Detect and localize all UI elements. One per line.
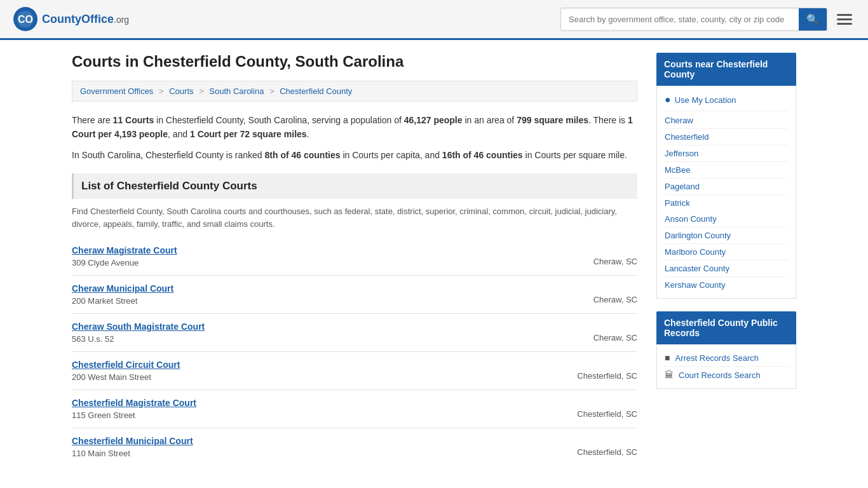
page-title: Courts in Chesterfield County, South Car… xyxy=(72,53,637,71)
nearby-city-link[interactable]: McBee xyxy=(665,162,788,179)
nearby-header: Courts near Chesterfield County xyxy=(656,53,796,86)
court-info: Chesterfield Circuit Court 200 West Main… xyxy=(72,360,180,382)
breadcrumb: Government Offices > Courts > South Caro… xyxy=(72,81,637,102)
breadcrumb-county[interactable]: Chesterfield County xyxy=(280,86,352,96)
content-area: Courts in Chesterfield County, South Car… xyxy=(72,53,637,466)
nearby-county-link[interactable]: Marlboro County xyxy=(665,244,788,261)
court-name-link[interactable]: Chesterfield Circuit Court xyxy=(72,360,180,370)
record-icon: ■ xyxy=(665,353,670,363)
court-info: Cheraw Magistrate Court 309 Clyde Avenue xyxy=(72,245,177,268)
court-item: Cheraw South Magistrate Court 563 U.s. 5… xyxy=(72,314,637,352)
breadcrumb-sep: > xyxy=(159,86,164,96)
court-item: Chesterfield Magistrate Court 115 Green … xyxy=(72,390,637,428)
court-info: Chesterfield Magistrate Court 115 Green … xyxy=(72,398,196,420)
record-icon: 🏛 xyxy=(665,370,674,380)
court-name-link[interactable]: Chesterfield Magistrate Court xyxy=(72,398,196,408)
nearby-city-link[interactable]: Cheraw xyxy=(665,112,788,129)
header-right: 🔍 xyxy=(560,8,855,31)
use-location-row: ● Use My Location xyxy=(665,91,788,111)
search-icon: 🔍 xyxy=(806,14,819,25)
court-location: Cheraw, SC xyxy=(593,245,637,266)
courts-list: Cheraw Magistrate Court 309 Clyde Avenue… xyxy=(72,238,637,466)
court-item: Cheraw Municipal Court 200 Market Street… xyxy=(72,276,637,314)
logo-area: CO CountyOffice.org xyxy=(13,6,129,32)
court-info: Cheraw South Magistrate Court 563 U.s. 5… xyxy=(72,322,205,344)
public-records-link[interactable]: 🏛Court Records Search xyxy=(665,367,788,383)
public-records-body: ■Arrest Records Search🏛Court Records Sea… xyxy=(656,344,796,389)
court-name-link[interactable]: Cheraw Municipal Court xyxy=(72,283,173,294)
nearby-city-link[interactable]: Chesterfield xyxy=(665,129,788,146)
public-records-link[interactable]: ■Arrest Records Search xyxy=(665,349,788,367)
nearby-counties-list: Anson CountyDarlington CountyMarlboro Co… xyxy=(665,211,788,293)
breadcrumb-courts[interactable]: Courts xyxy=(169,86,193,96)
list-section-title: List of Chesterfield County Courts xyxy=(72,173,637,199)
court-location: Chesterfield, SC xyxy=(577,398,637,419)
public-records-header: Chesterfield County Public Records xyxy=(656,311,796,344)
court-name-link[interactable]: Cheraw Magistrate Court xyxy=(72,245,177,255)
court-info: Chesterfield Municipal Court 110 Main St… xyxy=(72,436,193,458)
nearby-city-link[interactable]: Patrick xyxy=(665,195,788,211)
court-name-link[interactable]: Chesterfield Municipal Court xyxy=(72,436,193,446)
svg-text:CO: CO xyxy=(18,14,33,25)
summary-paragraph-1: There are 11 Courts in Chesterfield Coun… xyxy=(72,113,637,142)
hamburger-line xyxy=(837,18,852,20)
location-dot-icon: ● xyxy=(665,94,671,105)
court-location: Chesterfield, SC xyxy=(577,436,637,457)
menu-button[interactable] xyxy=(834,11,855,28)
public-records-section: Chesterfield County Public Records ■Arre… xyxy=(656,311,796,389)
court-address: 115 Green Street xyxy=(72,410,135,420)
nearby-city-link[interactable]: Pageland xyxy=(665,179,788,195)
nearby-county-link[interactable]: Anson County xyxy=(665,211,788,227)
hamburger-line xyxy=(837,23,852,25)
breadcrumb-state[interactable]: South Carolina xyxy=(209,86,264,96)
list-section-desc: Find Chesterfield County, South Carolina… xyxy=(72,205,637,230)
court-address: 563 U.s. 52 xyxy=(72,334,114,344)
nearby-city-link[interactable]: Jefferson xyxy=(665,146,788,162)
court-info: Cheraw Municipal Court 200 Market Street xyxy=(72,283,173,306)
court-location: Cheraw, SC xyxy=(593,322,637,342)
breadcrumb-gov-offices[interactable]: Government Offices xyxy=(80,86,153,96)
summary-paragraph-2: In South Carolina, Chesterfield County i… xyxy=(72,148,637,162)
use-location-link[interactable]: Use My Location xyxy=(675,95,736,105)
public-records-list: ■Arrest Records Search🏛Court Records Sea… xyxy=(665,349,788,383)
court-name-link[interactable]: Cheraw South Magistrate Court xyxy=(72,322,205,332)
search-bar: 🔍 xyxy=(560,8,827,31)
court-location: Cheraw, SC xyxy=(593,283,637,304)
nearby-section: Courts near Chesterfield County ● Use My… xyxy=(656,53,796,299)
sidebar: Courts near Chesterfield County ● Use My… xyxy=(656,53,796,466)
breadcrumb-sep: > xyxy=(269,86,275,96)
nearby-county-link[interactable]: Kershaw County xyxy=(665,277,788,293)
logo-text: CountyOffice.org xyxy=(42,13,129,26)
court-address: 110 Main Street xyxy=(72,449,130,458)
hamburger-line xyxy=(837,14,852,16)
court-item: Cheraw Magistrate Court 309 Clyde Avenue… xyxy=(72,238,637,276)
main-container: Courts in Chesterfield County, South Car… xyxy=(53,40,815,478)
court-location: Chesterfield, SC xyxy=(577,360,637,381)
court-item: Chesterfield Circuit Court 200 West Main… xyxy=(72,352,637,390)
site-header: CO CountyOffice.org 🔍 xyxy=(0,0,868,40)
court-address: 200 West Main Street xyxy=(72,372,151,382)
court-address: 200 Market Street xyxy=(72,296,137,306)
breadcrumb-sep: > xyxy=(199,86,204,96)
nearby-body: ● Use My Location CherawChesterfieldJeff… xyxy=(656,86,796,299)
logo-icon: CO xyxy=(13,6,38,32)
search-button[interactable]: 🔍 xyxy=(799,8,827,30)
nearby-county-link[interactable]: Lancaster County xyxy=(665,261,788,277)
nearby-county-link[interactable]: Darlington County xyxy=(665,227,788,244)
court-item: Chesterfield Municipal Court 110 Main St… xyxy=(72,428,637,466)
nearby-cities-list: CherawChesterfieldJeffersonMcBeePageland… xyxy=(665,112,788,211)
court-address: 309 Clyde Avenue xyxy=(72,258,139,268)
search-input[interactable] xyxy=(561,10,799,29)
